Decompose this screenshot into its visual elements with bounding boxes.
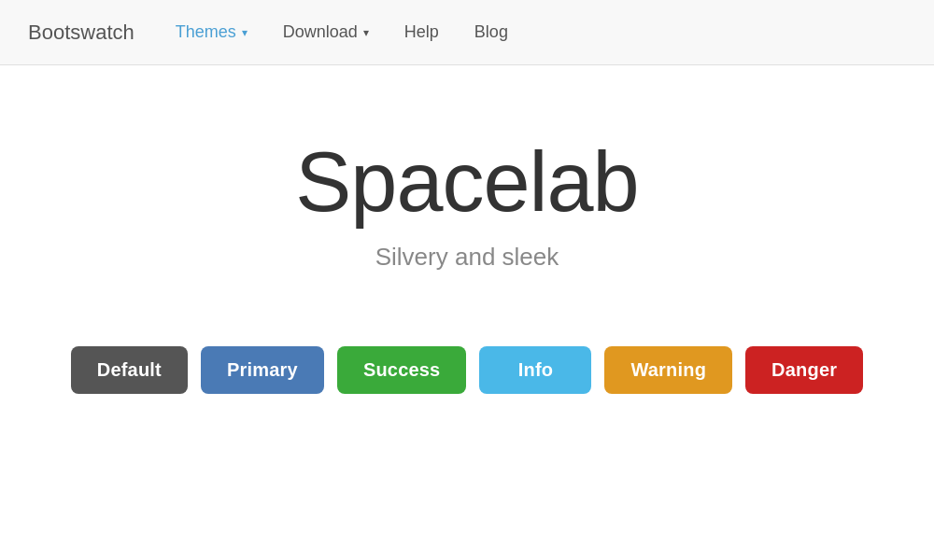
themes-chevron-icon: ▾: [242, 26, 248, 39]
navbar-brand[interactable]: Bootswatch: [28, 21, 134, 45]
nav-help-label: Help: [404, 22, 439, 42]
btn-success[interactable]: Success: [337, 346, 467, 394]
btn-info[interactable]: Info: [479, 346, 591, 394]
nav-download-label: Download: [283, 22, 358, 42]
hero-subtitle: Silvery and sleek: [375, 243, 559, 272]
nav-item-blog[interactable]: Blog: [461, 15, 521, 49]
buttons-row: Default Primary Success Info Warning Dan…: [0, 318, 934, 394]
nav-blog-label: Blog: [474, 22, 508, 42]
nav-item-download[interactable]: Download ▾: [270, 15, 382, 49]
btn-default[interactable]: Default: [71, 346, 188, 394]
nav-item-themes[interactable]: Themes ▾: [163, 15, 261, 49]
btn-danger[interactable]: Danger: [745, 346, 863, 394]
nav-item-help[interactable]: Help: [391, 15, 452, 49]
download-chevron-icon: ▾: [363, 26, 369, 39]
nav-themes-label: Themes: [176, 22, 236, 42]
btn-warning[interactable]: Warning: [604, 346, 732, 394]
hero-section: Spacelab Silvery and sleek: [0, 65, 934, 309]
navbar: Bootswatch Themes ▾ Download ▾ Help Blog: [0, 0, 934, 65]
btn-primary[interactable]: Primary: [201, 346, 324, 394]
hero-title: Spacelab: [295, 140, 638, 224]
